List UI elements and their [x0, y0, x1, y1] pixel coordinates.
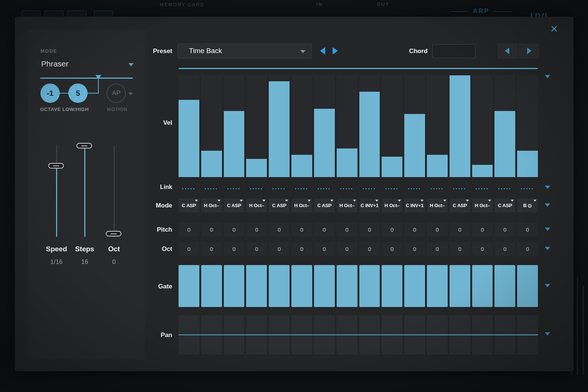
- pitch-step-value[interactable]: 0: [494, 223, 515, 236]
- pitch-step-value[interactable]: 0: [472, 223, 493, 236]
- gate-step-column[interactable]: [246, 265, 267, 307]
- oct-step-value[interactable]: 0: [337, 242, 357, 256]
- link-step[interactable]: •••••: [382, 185, 402, 192]
- pitch-step-value[interactable]: 0: [382, 223, 402, 236]
- link-step[interactable]: •••••: [450, 185, 470, 192]
- gate-step-column[interactable]: [179, 265, 199, 307]
- vel-step-column[interactable]: [472, 75, 493, 177]
- gate-step-column[interactable]: [382, 265, 402, 307]
- gate-step-column[interactable]: [494, 265, 515, 307]
- vel-step-column[interactable]: [494, 75, 515, 177]
- preset-next-button[interactable]: [333, 47, 338, 55]
- mode-step-select[interactable]: C ASP: [314, 199, 335, 212]
- oct-step-value[interactable]: 0: [359, 242, 380, 256]
- link-step[interactable]: •••••: [337, 185, 357, 192]
- vel-step-column[interactable]: [359, 75, 380, 177]
- mode-step-select[interactable]: H Oct–: [337, 199, 357, 212]
- gate-step-column[interactable]: [269, 265, 290, 307]
- oct-step-value[interactable]: 0: [269, 242, 290, 256]
- gate-step-column[interactable]: [201, 265, 222, 307]
- gate-step-column[interactable]: [404, 265, 425, 307]
- gate-step-column[interactable]: [291, 265, 312, 307]
- mode-step-select[interactable]: C ASP: [494, 199, 515, 212]
- vel-step-column[interactable]: [427, 75, 448, 177]
- oct-step-value[interactable]: 0: [517, 242, 538, 256]
- mode-step-select[interactable]: H Oct–: [291, 199, 312, 212]
- oct-step-value[interactable]: 0: [450, 242, 470, 256]
- steps-slider-handle[interactable]: [76, 143, 92, 148]
- gate-step-column[interactable]: [450, 265, 470, 307]
- link-step[interactable]: •••••: [291, 185, 312, 192]
- gate-step-column[interactable]: [314, 265, 335, 307]
- vel-step-column[interactable]: [291, 75, 312, 177]
- octave-low-knob[interactable]: -1: [40, 84, 60, 103]
- vel-step-column[interactable]: [517, 75, 538, 177]
- oct-step-value[interactable]: 0: [224, 242, 245, 256]
- chord-input[interactable]: [432, 44, 476, 58]
- pitch-step-value[interactable]: 0: [269, 223, 290, 236]
- pitch-step-value[interactable]: 0: [337, 223, 357, 236]
- vel-step-column[interactable]: [382, 75, 402, 177]
- oct-step-value[interactable]: 0: [179, 242, 199, 256]
- oct-step-value[interactable]: 0: [494, 242, 515, 256]
- link-step[interactable]: •••••: [472, 185, 493, 192]
- mode-step-select[interactable]: C ASP: [450, 199, 470, 212]
- mode-select[interactable]: Phraser: [39, 58, 134, 71]
- oct-slider[interactable]: [114, 145, 115, 237]
- vel-step-column[interactable]: [201, 75, 222, 177]
- vel-step-column[interactable]: [404, 75, 425, 177]
- mode-step-select[interactable]: C INV+1: [404, 199, 425, 212]
- pitch-step-value[interactable]: 0: [314, 223, 335, 236]
- mode-step-select[interactable]: C INV+1: [359, 199, 380, 212]
- motion-chevron-down-icon[interactable]: [128, 92, 133, 95]
- link-step[interactable]: •••••: [224, 185, 245, 192]
- pitch-step-value[interactable]: 0: [291, 223, 312, 236]
- gate-row-expander[interactable]: [545, 284, 550, 287]
- octave-high-knob[interactable]: 5: [68, 84, 88, 103]
- mode-step-select[interactable]: C ASP: [179, 199, 199, 212]
- link-step[interactable]: •••••: [314, 185, 335, 192]
- gate-step-column[interactable]: [359, 265, 380, 307]
- vel-step-column[interactable]: [337, 75, 357, 177]
- vel-step-column[interactable]: [224, 75, 245, 177]
- link-step[interactable]: •••••: [427, 185, 448, 192]
- oct-step-value[interactable]: 0: [291, 242, 312, 256]
- mode-step-select[interactable]: C ASP: [269, 199, 290, 212]
- oct-slider-handle[interactable]: [106, 231, 121, 236]
- mode-step-select[interactable]: B⊙: [517, 199, 538, 212]
- link-step[interactable]: •••••: [359, 185, 380, 192]
- pitch-row-expander[interactable]: [545, 228, 550, 231]
- mode-step-select[interactable]: H Oct–: [201, 199, 222, 212]
- speed-slider[interactable]: [56, 145, 57, 237]
- pitch-step-value[interactable]: 0: [179, 223, 199, 236]
- chord-next-button[interactable]: [519, 43, 539, 59]
- pitch-step-value[interactable]: 0: [224, 223, 245, 236]
- link-step[interactable]: •••••: [179, 185, 199, 192]
- pitch-step-value[interactable]: 0: [450, 223, 470, 236]
- link-step[interactable]: •••••: [517, 185, 538, 192]
- vel-step-column[interactable]: [450, 75, 470, 177]
- oct-step-value[interactable]: 0: [314, 242, 335, 256]
- close-icon[interactable]: ✕: [548, 23, 561, 35]
- pan-row-expander[interactable]: [545, 332, 550, 336]
- pitch-step-value[interactable]: 0: [517, 223, 538, 236]
- vel-step-column[interactable]: [269, 75, 290, 177]
- gate-step-column[interactable]: [517, 265, 538, 307]
- speed-slider-handle[interactable]: [48, 163, 64, 169]
- link-step[interactable]: •••••: [201, 185, 222, 192]
- gate-step-column[interactable]: [427, 265, 448, 307]
- vel-step-column[interactable]: [314, 75, 335, 177]
- pitch-step-value[interactable]: 0: [404, 223, 425, 236]
- link-step[interactable]: •••••: [404, 185, 425, 192]
- oct-row-expander[interactable]: [545, 247, 550, 250]
- gate-step-column[interactable]: [337, 265, 357, 307]
- pitch-step-value[interactable]: 0: [246, 223, 267, 236]
- octave-range-marker[interactable]: [95, 75, 101, 79]
- gate-step-column[interactable]: [224, 265, 245, 307]
- mode-step-select[interactable]: H Oct–: [246, 199, 267, 212]
- chord-prev-button[interactable]: [497, 43, 518, 59]
- preset-select[interactable]: Time Back: [177, 43, 312, 59]
- motion-knob[interactable]: AP: [107, 84, 126, 103]
- gate-step-column[interactable]: [472, 265, 493, 307]
- pitch-step-value[interactable]: 0: [201, 223, 222, 236]
